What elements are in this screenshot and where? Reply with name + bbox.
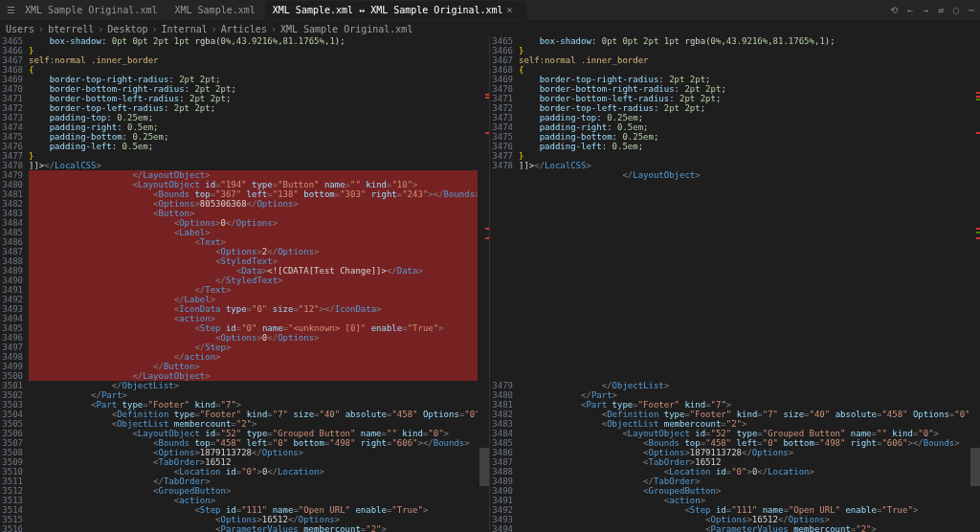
code-left[interactable]: box-shadow: 0pt 0pt 2pt 1pt rgba(0%,43.9…: [29, 36, 478, 532]
tab-0[interactable]: XML Sample Original.xml: [17, 1, 167, 19]
minimap-left[interactable]: [479, 36, 489, 532]
gutter-right: 3465346634673468346934703471347234733474…: [490, 36, 519, 532]
minimap-right[interactable]: [970, 36, 980, 532]
gutter-left: 3465346634673468346934703471347234733474…: [0, 36, 29, 532]
diff-editor: 3465346634673468346934703471347234733474…: [0, 36, 980, 532]
toolbar-actions: ⟲ ← → ⇄ ▢ ⋯: [890, 5, 974, 15]
revert-icon[interactable]: ⟲: [890, 5, 898, 15]
tab-1[interactable]: XML Sample.xml: [167, 1, 264, 19]
scroll-thumb[interactable]: [970, 448, 980, 486]
code-right[interactable]: box-shadow: 0pt 0pt 2pt 1pt rgba(0%,43.9…: [519, 36, 969, 532]
prev-change-icon[interactable]: ←: [907, 5, 913, 15]
toggle-whitespace-icon[interactable]: ⇄: [938, 5, 944, 15]
diff-right-pane[interactable]: 3465346634673468346934703471347234733474…: [490, 36, 980, 532]
breadcrumbs: Users› bterrell› Desktop› Internal› Arti…: [0, 21, 980, 36]
close-icon[interactable]: ×: [507, 5, 517, 15]
diff-left-pane[interactable]: 3465346634673468346934703471347234733474…: [0, 36, 490, 532]
tab-2-active[interactable]: XML Sample.xml ↔ XML Sample Original.xml…: [265, 1, 526, 19]
next-change-icon[interactable]: →: [923, 5, 928, 15]
tab-bar: ☰ XML Sample Original.xml XML Sample.xml…: [0, 0, 980, 21]
scroll-thumb[interactable]: [479, 448, 489, 486]
more-icon[interactable]: ⋯: [969, 5, 974, 15]
explorer-icon[interactable]: ☰: [4, 4, 17, 17]
layout-icon[interactable]: ▢: [953, 5, 959, 15]
